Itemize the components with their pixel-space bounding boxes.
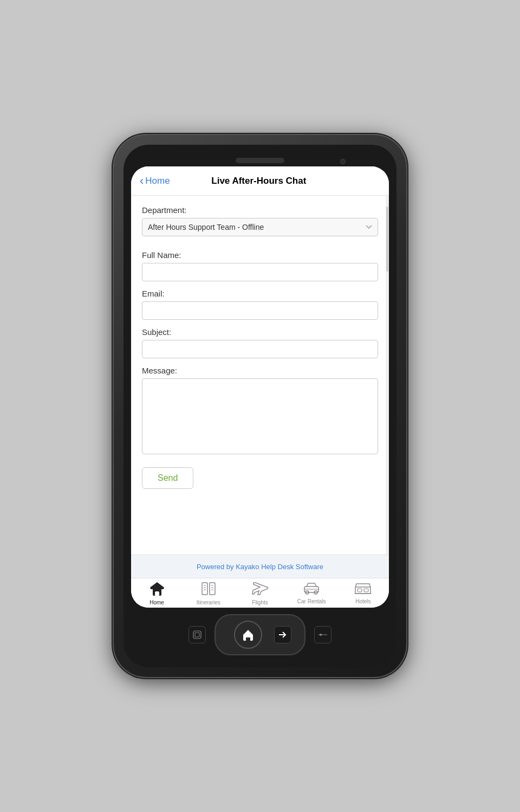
nav-item-car-rentals[interactable]: Car Rentals	[286, 582, 337, 605]
svg-rect-13	[358, 589, 362, 592]
nav-home-label: Home	[150, 600, 164, 605]
email-input[interactable]	[142, 301, 378, 320]
back-label: Home	[145, 176, 170, 186]
phone-bottom-bar	[131, 608, 389, 660]
department-group: Department: After Hours Support Team - O…	[142, 205, 378, 236]
svg-rect-0	[202, 583, 207, 595]
email-group: Email:	[142, 289, 378, 320]
hw-forward-button[interactable]	[274, 626, 291, 643]
subject-label: Subject:	[142, 327, 378, 337]
speaker-grille	[236, 158, 284, 163]
phone-inner-bezel: ‹ Home Live After-Hours Chat Department:…	[123, 145, 396, 667]
back-button[interactable]: ‹ Home	[140, 175, 170, 187]
email-label: Email:	[142, 289, 378, 298]
phone-device: ‹ Home Live After-Hours Chat Department:…	[114, 135, 406, 677]
message-label: Message:	[142, 366, 378, 375]
bottom-nav: Home	[131, 578, 389, 608]
phone-screen: ‹ Home Live After-Hours Chat Department:…	[131, 166, 389, 608]
subject-input[interactable]	[142, 340, 378, 358]
department-select[interactable]: After Hours Support Team - Offline	[142, 218, 378, 236]
home-icon	[150, 582, 165, 598]
nav-car-rentals-label: Car Rentals	[297, 598, 326, 604]
form-area: Department: After Hours Support Team - O…	[131, 196, 389, 555]
svg-rect-16	[193, 631, 201, 639]
powered-by-footer: Powered by Kayako Help Desk Software	[131, 555, 389, 578]
nav-item-hotels[interactable]: Hotels	[337, 582, 389, 605]
hw-menu-button[interactable]	[314, 626, 332, 643]
hw-back-button[interactable]	[188, 626, 206, 643]
scrollbar-thumb	[386, 207, 388, 272]
phone-top-bar	[131, 152, 389, 166]
svg-rect-1	[210, 583, 215, 595]
hw-home-button[interactable]	[234, 621, 262, 649]
message-group: Message:	[142, 366, 378, 456]
message-textarea[interactable]	[142, 378, 378, 454]
hotels-icon	[354, 582, 372, 597]
nav-hotels-label: Hotels	[355, 598, 370, 604]
full-name-group: Full Name:	[142, 250, 378, 281]
hw-home-area	[214, 614, 306, 655]
subject-group: Subject:	[142, 327, 378, 358]
back-chevron-icon: ‹	[140, 175, 144, 187]
powered-by-link[interactable]: Powered by Kayako Help Desk Software	[197, 563, 323, 571]
scrollbar-track	[386, 196, 389, 555]
full-name-label: Full Name:	[142, 250, 378, 260]
department-label: Department:	[142, 205, 378, 215]
itineraries-icon	[201, 582, 216, 598]
svg-rect-17	[195, 633, 199, 637]
car-rentals-icon	[303, 582, 320, 597]
nav-header: ‹ Home Live After-Hours Chat	[131, 166, 389, 196]
nav-item-flights[interactable]: Flights	[234, 582, 285, 605]
nav-flights-label: Flights	[252, 600, 268, 605]
svg-rect-14	[364, 589, 368, 592]
front-camera	[340, 159, 346, 164]
full-name-input[interactable]	[142, 263, 378, 281]
flights-icon	[251, 582, 269, 598]
send-button[interactable]: Send	[142, 467, 193, 489]
nav-item-itineraries[interactable]: Itineraries	[183, 582, 234, 605]
nav-item-home[interactable]: Home	[131, 582, 183, 605]
page-title: Live After-Hours Chat	[170, 176, 348, 186]
nav-itineraries-label: Itineraries	[197, 600, 220, 605]
screen-content: ‹ Home Live After-Hours Chat Department:…	[131, 166, 389, 608]
